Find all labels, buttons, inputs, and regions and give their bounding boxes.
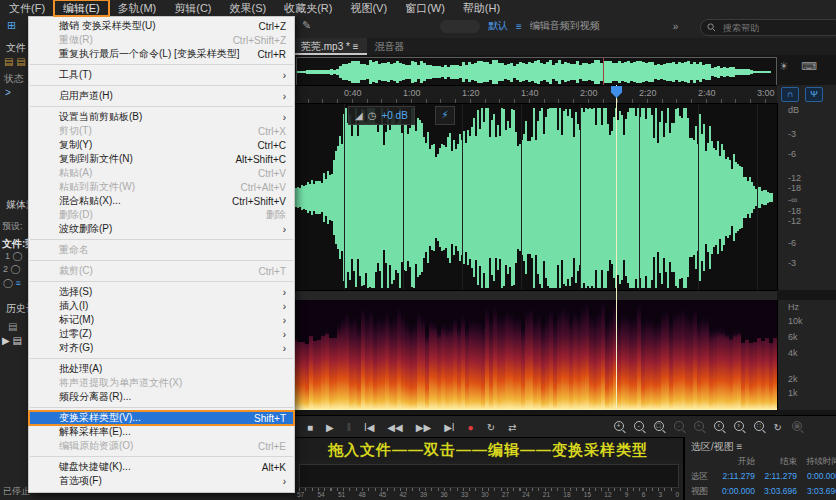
panel-menu-icon[interactable]: ≡: [737, 441, 743, 452]
timeline-ruler[interactable]: 0:401:001:201:402:002:202:403:00: [293, 85, 777, 104]
menubar-item-help[interactable]: 帮助(H): [454, 0, 509, 16]
stop-button[interactable]: ■: [307, 422, 313, 433]
reset-zoom-button[interactable]: ↻: [774, 422, 782, 433]
edit-menu-item-3[interactable]: 重复执行最后一个命令(L) [变换采样类型]Ctrl+R: [29, 47, 294, 61]
history-current-item[interactable]: ▶ ▤: [2, 335, 22, 346]
skip-to-start-button[interactable]: I◀: [364, 422, 374, 433]
hud-gain-control[interactable]: ◢ ◷ +0 dB: [348, 106, 415, 125]
edit-menu-item-18[interactable]: 插入(I)›: [29, 299, 294, 313]
edit-menu-item-25[interactable]: 变换采样类型(V)...Shift+T: [29, 411, 294, 425]
monitor-headphones-icon[interactable]: ∩: [781, 87, 799, 102]
edit-menu-item-6[interactable]: 设置当前剪贴板(B)›: [29, 110, 294, 124]
menubar-item-favorites[interactable]: 收藏夹(R): [275, 0, 341, 16]
edit-menu-item-24[interactable]: 频段分离器(R)...: [29, 390, 294, 404]
menu-item-label: 删除(D): [59, 208, 93, 222]
rewind-button[interactable]: ◀◀: [387, 422, 402, 433]
fast-forward-button[interactable]: ▶▶: [416, 422, 431, 433]
menubar-item-multitrack[interactable]: 多轨(M): [109, 0, 166, 16]
edit-menu-item-26[interactable]: 解释采样率(E)...: [29, 425, 294, 439]
edit-menu-item-20[interactable]: 过零(Z)›: [29, 327, 294, 341]
menubar-item-window[interactable]: 窗口(W): [396, 0, 454, 16]
loop-playback-button[interactable]: ↻: [487, 422, 495, 433]
zoom-in-amplitude-button[interactable]: +: [694, 421, 704, 433]
edit-menu-item-9[interactable]: 复制到新文件(N)Alt+Shift+C: [29, 152, 294, 166]
menubar-item-view[interactable]: 视图(V): [341, 0, 396, 16]
db-scale: dB-3-6-12-18-∞-18-12-6-3: [777, 103, 836, 290]
waveform-view-icon[interactable]: ⊞: [7, 19, 16, 32]
edit-menu-item-21[interactable]: 对齐(G)›: [29, 341, 294, 355]
help-search[interactable]: [700, 19, 836, 36]
selection-time-value[interactable]: 3:03.696: [797, 486, 836, 498]
timeline-label: 0:40: [344, 88, 362, 98]
edit-menu-item-29[interactable]: 首选项(F)›: [29, 474, 294, 488]
selection-time-value[interactable]: 2:11.279: [755, 471, 797, 483]
workspace-edit-av-button[interactable]: 编辑音频到视频: [530, 19, 600, 33]
menubar-item-effects[interactable]: 效果(S): [221, 0, 276, 16]
main-waveform[interactable]: [293, 103, 777, 291]
overview-waveform[interactable]: [296, 57, 777, 87]
playhead-line[interactable]: [616, 85, 617, 410]
edit-menu-item-17[interactable]: 选择(S)›: [29, 285, 294, 299]
meter-scale-label: 36: [440, 491, 447, 498]
menu-separator: [30, 239, 293, 240]
edit-menu-item-5[interactable]: 启用声道(H)›: [29, 89, 294, 103]
zoom-out-time-button[interactable]: -: [634, 421, 644, 433]
hud-auto-icon[interactable]: ⚡: [435, 106, 455, 125]
zoom-in-time-button[interactable]: +: [614, 421, 624, 433]
selection-time-value[interactable]: 0:00.000: [713, 486, 755, 498]
menu-item-label: 重复执行最后一个命令(L) [变换采样类型]: [59, 47, 240, 61]
selection-time-value[interactable]: 0:00.000: [797, 471, 836, 483]
zoom-in-point-button[interactable]: ‹: [714, 421, 724, 433]
edit-menu-item-19[interactable]: 标记(M)›: [29, 313, 294, 327]
menubar-item-file[interactable]: 文件(F): [0, 0, 54, 16]
menu-item-label: 工具(T): [59, 68, 92, 82]
channel-1-toggle[interactable]: 1 ◯: [5, 251, 23, 261]
selection-time-value[interactable]: 2:11.279: [713, 471, 755, 483]
spectral-settings-icon[interactable]: ☀: [779, 60, 789, 73]
scale-label: -18: [788, 183, 801, 193]
menu-item-label: 设置当前剪贴板(B): [59, 110, 142, 124]
menu-item-label: 将声道提取为单声道文件(X): [59, 376, 182, 390]
play-button[interactable]: ▶: [326, 422, 334, 433]
edit-menu-item-1[interactable]: 撤销 变换采样类型(U)Ctrl+Z: [29, 19, 294, 33]
submenu-arrow-icon: ›: [273, 224, 286, 235]
file-row-expander[interactable]: >: [5, 87, 11, 98]
zoom-selection-button[interactable]: ∷: [754, 421, 764, 433]
record-button[interactable]: ●: [468, 422, 474, 433]
open-folder-icon[interactable]: ▤ ▤: [4, 56, 26, 67]
edit-menu-item-2: 重做(R)Ctrl+Shift+Z: [29, 33, 294, 47]
workspace-overflow-button[interactable]: »: [673, 21, 679, 32]
meter-scale-label: 39: [420, 491, 427, 498]
power-toggle[interactable]: ◯ ≡: [3, 278, 21, 288]
zoom-out-amplitude-button[interactable]: -: [674, 421, 684, 433]
edit-menu-item-12[interactable]: 混合粘贴(X)...Ctrl+Shift+V: [29, 194, 294, 208]
edit-menu-item-14[interactable]: 波纹删除(P)›: [29, 222, 294, 236]
search-input[interactable]: [721, 22, 815, 34]
edit-menu-item-4[interactable]: 工具(T)›: [29, 68, 294, 82]
workspace-default-button[interactable]: 默认: [488, 19, 508, 33]
zoom-to-selection-button[interactable]: □: [654, 421, 664, 433]
channel-2-toggle[interactable]: 2 ◯: [3, 264, 21, 274]
healing-brush-icon[interactable]: ✎: [302, 19, 311, 32]
edit-menu-item-16: 裁剪(C)Ctrl+T: [29, 264, 294, 278]
workspace-menu-icon[interactable]: ≡: [516, 21, 522, 32]
transport-buttons: ■▶‖I◀◀◀▶▶▶I●↻⇄: [307, 422, 516, 433]
pause-button[interactable]: ‖: [347, 422, 351, 433]
edit-menu-item-22[interactable]: 批处理(A): [29, 362, 294, 376]
zoom-out-point-button[interactable]: ›: [734, 421, 744, 433]
hud-gain-value[interactable]: +0 dB: [381, 110, 407, 121]
menubar-item-edit[interactable]: 编辑(E): [54, 0, 109, 16]
menubar-item-clip[interactable]: 剪辑(C): [165, 0, 220, 16]
zoom-full-button[interactable]: ▣: [792, 421, 802, 433]
skip-to-end-button[interactable]: ▶I: [444, 422, 454, 433]
edit-menu-item-8[interactable]: 复制(Y)Ctrl+C: [29, 138, 294, 152]
metronome-icon[interactable]: Ψ: [805, 87, 823, 102]
spectral-display[interactable]: [293, 300, 777, 410]
menu-item-label: 频段分离器(R)...: [59, 390, 131, 404]
skip-selection-button[interactable]: ⇄: [508, 422, 516, 433]
display-keyboard-icon[interactable]: ⌨: [801, 60, 817, 73]
edit-menu-item-28[interactable]: 键盘快捷键(K)...Alt+K: [29, 460, 294, 474]
tab-file[interactable]: 莞莞.mp3 * ≡: [293, 38, 367, 55]
selection-time-value[interactable]: 3:03.696: [755, 486, 797, 498]
tab-mixer[interactable]: 混音器: [367, 38, 413, 55]
